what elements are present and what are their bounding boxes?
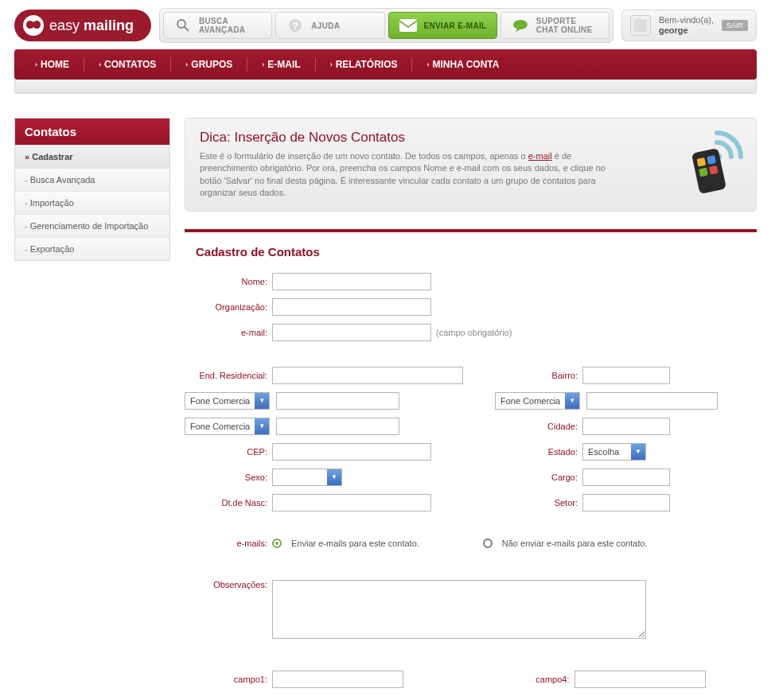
label-obs: Observações	[185, 580, 272, 589]
tip-text: Este é o formulário de inserção de um no…	[200, 150, 613, 200]
input-setor[interactable]	[582, 494, 670, 511]
chevron-down-icon: ▼	[327, 469, 341, 485]
input-cargo[interactable]	[582, 469, 670, 486]
chevron-down-icon: ▼	[631, 444, 645, 460]
svg-rect-11	[699, 168, 708, 177]
sidebar-item-gerenciamento[interactable]: Gerenciamento de Importação	[15, 214, 169, 237]
chevron-down-icon: ▼	[565, 393, 579, 409]
nav-relatorios[interactable]: ›RELATÓRIOS	[316, 49, 412, 80]
label-cidade: Cidade	[495, 422, 582, 431]
toolbar-chat-button[interactable]: SUPORTECHAT ONLINE	[500, 12, 609, 39]
input-cep[interactable]	[272, 443, 431, 461]
label-dtnasc: Dt.de Nasc	[185, 498, 272, 508]
label-cargo: Cargo	[495, 472, 582, 482]
label-estado: Estado	[495, 447, 582, 457]
hint-email: (campo obrigatório)	[436, 328, 512, 337]
label-org: Organização	[185, 302, 272, 312]
label-emails: e-mails	[185, 539, 272, 548]
sidebar: Contatos Cadastrar Busca Avançada Import…	[14, 118, 170, 261]
label-bairro: Bairro	[495, 371, 582, 380]
label-cep: CEP	[185, 447, 272, 457]
tip-panel: Dica: Inserção de Novos Contatos Este é …	[185, 118, 757, 212]
svg-rect-9	[697, 158, 707, 167]
chat-icon	[511, 18, 530, 33]
svg-point-1	[177, 20, 185, 28]
nav-conta[interactable]: ›MINHA CONTA	[412, 49, 513, 80]
radio-send-label: Enviar e-mails para este contato.	[291, 539, 419, 548]
sidebar-item-cadastrar[interactable]: Cadastrar	[15, 145, 169, 168]
input-fone-1[interactable]	[276, 392, 399, 410]
logout-button[interactable]: SAIR	[722, 20, 748, 31]
input-end-res[interactable]	[272, 367, 463, 384]
toolbar: BUSCAAVANÇADA ? AJUDA ENVIAR E-MAIL SUPO…	[159, 8, 613, 43]
label-campo1: campo1	[185, 675, 272, 684]
svg-point-6	[513, 20, 528, 29]
radio-nosend-label: Não enviar e-mails para este contato.	[502, 539, 648, 548]
tip-link-email[interactable]: e-mail	[528, 151, 552, 161]
select-estado[interactable]: Escolha▼	[582, 443, 646, 461]
input-fone-2[interactable]	[586, 392, 718, 410]
phone-signal-icon	[673, 125, 745, 196]
input-campo1[interactable]	[272, 671, 403, 688]
input-cidade[interactable]	[582, 418, 670, 435]
svg-text:?: ?	[292, 20, 298, 32]
label-end-res: End. Residencial	[185, 371, 272, 380]
sidebar-item-exportacao[interactable]: Exportação	[15, 237, 169, 260]
input-fone-3[interactable]	[276, 418, 399, 435]
chevron-down-icon: ▼	[255, 393, 269, 409]
nav-home[interactable]: ›HOME	[21, 49, 84, 80]
nav-grupos[interactable]: ›GRUPOS	[171, 49, 247, 80]
svg-rect-8	[691, 148, 726, 194]
svg-rect-5	[399, 19, 417, 32]
input-organizacao[interactable]	[272, 298, 431, 316]
input-email[interactable]	[272, 324, 431, 341]
label-setor: Setor	[495, 498, 582, 508]
input-dtnasc[interactable]	[272, 494, 431, 511]
nav-contatos[interactable]: ›CONTATOS	[84, 49, 170, 80]
section-title: Cadastro de Contatos	[196, 245, 757, 259]
help-icon: ?	[286, 18, 305, 33]
label-email: e-mail	[185, 328, 272, 337]
radio-nosend-emails[interactable]	[483, 539, 493, 548]
input-observacoes[interactable]	[272, 580, 646, 639]
main-nav: ›HOME ›CONTATOS ›GRUPOS ›E-MAIL ›RELATÓR…	[14, 49, 757, 80]
toolbar-send-email-button[interactable]: ENVIAR E-MAIL	[388, 12, 497, 39]
toolbar-search-button[interactable]: BUSCAAVANÇADA	[163, 12, 272, 39]
input-campo4[interactable]	[574, 671, 706, 688]
brand-logo[interactable]: easy mailing	[14, 10, 151, 41]
sidebar-title: Contatos	[15, 119, 169, 145]
sidebar-item-busca[interactable]: Busca Avançada	[15, 168, 169, 191]
radio-send-emails[interactable]	[272, 539, 282, 548]
label-nome: Nome	[185, 277, 272, 286]
svg-rect-12	[709, 165, 718, 175]
welcome-text: Bem-vindo(a),	[659, 15, 714, 25]
select-fone-2[interactable]: Fone Comercia▼	[495, 392, 580, 410]
user-box: Bem-vindo(a),george SAIR	[621, 10, 757, 41]
nav-email[interactable]: ›E-MAIL	[247, 49, 314, 80]
label-campo4: campo4	[487, 675, 574, 684]
chevron-down-icon: ▼	[255, 418, 269, 434]
svg-line-2	[185, 27, 189, 31]
tip-title: Dica: Inserção de Novos Contatos	[200, 130, 613, 146]
brand-text: easy mailing	[49, 18, 134, 34]
sidebar-item-importacao[interactable]: Importação	[15, 191, 169, 214]
logo-icon	[22, 14, 45, 37]
select-sexo[interactable]: ▼	[272, 469, 342, 486]
input-bairro[interactable]	[582, 367, 670, 384]
svg-rect-10	[707, 155, 716, 165]
label-sexo: Sexo	[185, 472, 272, 482]
select-fone-1[interactable]: Fone Comercia▼	[185, 392, 270, 410]
toolbar-help-button[interactable]: ? AJUDA	[275, 12, 384, 39]
search-icon	[173, 18, 193, 33]
input-nome[interactable]	[272, 273, 431, 290]
user-name: george	[659, 25, 688, 35]
envelope-icon	[399, 18, 418, 33]
avatar	[630, 15, 651, 36]
select-fone-3[interactable]: Fone Comercia▼	[185, 418, 270, 435]
